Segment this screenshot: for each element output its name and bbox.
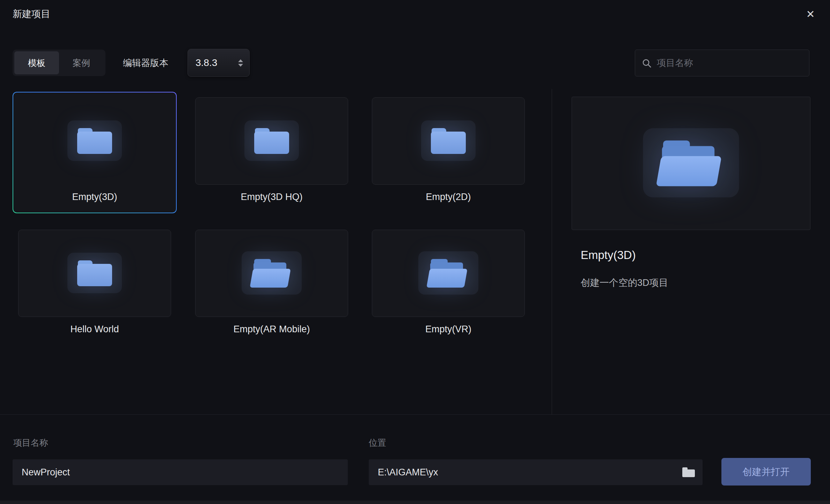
search-input[interactable]	[657, 58, 803, 68]
template-thumbnail	[195, 97, 348, 185]
folder-closed-icon	[254, 128, 289, 154]
search-box	[635, 50, 809, 76]
location-input[interactable]	[378, 467, 682, 478]
template-card[interactable]: Hello World	[13, 224, 177, 346]
template-card[interactable]: Empty(3D)	[13, 92, 177, 213]
folder-open-icon	[428, 259, 469, 288]
horizontal-scrollbar[interactable]	[0, 501, 830, 504]
selected-template-description: 创建一个空的3D项目	[581, 276, 668, 289]
template-label: Empty(VR)	[372, 317, 525, 341]
horizontal-divider	[0, 414, 830, 415]
template-label: Empty(3D)	[18, 185, 171, 209]
template-card[interactable]: Empty(2D)	[366, 92, 530, 213]
folder-closed-icon	[431, 128, 466, 154]
selected-template-title: Empty(3D)	[581, 249, 636, 262]
template-thumbnail	[18, 230, 171, 317]
location-label: 位置	[369, 437, 386, 449]
create-and-open-button[interactable]: 创建并打开	[721, 458, 811, 486]
search-icon	[641, 58, 652, 68]
dialog-title: 新建项目	[13, 8, 50, 20]
template-label: Hello World	[18, 317, 171, 341]
folder-open-icon	[659, 140, 724, 186]
tab-examples[interactable]: 案例	[59, 51, 104, 74]
template-card[interactable]: Empty(AR Mobile)	[190, 224, 354, 346]
editor-version-value: 3.8.3	[196, 57, 217, 68]
folder-open-icon	[251, 259, 292, 288]
tab-templates[interactable]: 模板	[14, 51, 59, 74]
template-label: Empty(AR Mobile)	[195, 317, 348, 341]
vertical-divider	[552, 89, 552, 414]
new-project-dialog: 新建项目 ✕ 模板 案例 编辑器版本 3.8.3 Empty(3D)	[0, 0, 830, 504]
template-thumbnail	[372, 230, 525, 317]
template-label: Empty(2D)	[372, 185, 525, 209]
browse-folder-icon[interactable]	[682, 467, 695, 477]
template-card[interactable]: Empty(3D HQ)	[190, 92, 354, 213]
template-source-tabs: 模板 案例	[13, 50, 105, 76]
chevron-up-icon[interactable]	[238, 59, 243, 62]
folder-closed-icon	[77, 128, 112, 154]
template-thumbnail	[18, 97, 171, 185]
template-thumbnail	[372, 97, 525, 185]
folder-closed-icon	[77, 260, 112, 286]
editor-version-label: 编辑器版本	[123, 50, 168, 76]
selected-template-preview	[572, 97, 810, 230]
template-label: Empty(3D HQ)	[195, 185, 348, 209]
chevron-down-icon[interactable]	[238, 64, 243, 67]
template-thumbnail	[195, 230, 348, 317]
template-card[interactable]: Empty(VR)	[366, 224, 530, 346]
version-stepper-icon[interactable]	[238, 59, 243, 67]
location-field	[369, 459, 703, 485]
close-icon[interactable]: ✕	[802, 6, 819, 22]
project-name-label: 项目名称	[13, 437, 48, 449]
editor-version-select[interactable]: 3.8.3	[188, 49, 250, 77]
project-name-input[interactable]	[13, 459, 348, 485]
